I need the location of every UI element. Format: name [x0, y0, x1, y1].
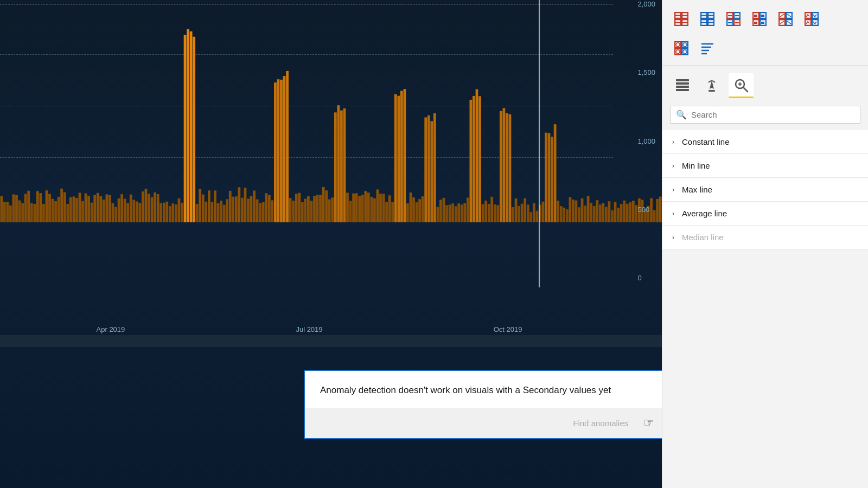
svg-rect-180	[542, 202, 545, 222]
svg-rect-99	[298, 193, 301, 222]
svg-rect-181	[545, 133, 547, 222]
svg-point-269	[676, 43, 680, 47]
svg-rect-53	[159, 203, 162, 222]
svg-rect-127	[382, 194, 385, 222]
svg-rect-203	[611, 210, 614, 222]
bar-chart-svg	[0, 0, 662, 287]
chart-type-icon-6[interactable]	[800, 8, 823, 30]
chart-type-icon-4[interactable]	[748, 8, 771, 30]
svg-rect-170	[512, 207, 514, 222]
svg-rect-177	[533, 203, 535, 222]
svg-rect-163	[490, 197, 493, 222]
chart-type-icon-5[interactable]	[774, 8, 797, 30]
svg-rect-88	[265, 193, 267, 222]
svg-rect-29	[87, 196, 90, 222]
svg-rect-71	[214, 190, 216, 222]
svg-rect-12	[36, 191, 39, 222]
search-input[interactable]	[691, 110, 854, 119]
analytics-item-constant-line[interactable]: › Constant line	[662, 130, 868, 154]
svg-rect-176	[529, 212, 532, 222]
chart-area: 2,000 1,500 1,000 500 0 Apr 2019 Jul 201…	[0, 0, 662, 488]
svg-rect-22	[66, 204, 69, 222]
svg-point-270	[683, 43, 687, 47]
svg-rect-19	[58, 197, 60, 222]
svg-rect-101	[304, 199, 307, 222]
svg-rect-6	[18, 201, 21, 222]
analytics-item-average-line[interactable]: › Average line	[662, 202, 868, 226]
panel-icons-row1	[662, 0, 868, 35]
chart-type-icon-1[interactable]	[670, 8, 693, 30]
chevron-average-line: ›	[672, 210, 674, 217]
svg-rect-192	[578, 207, 580, 222]
svg-rect-94	[283, 76, 286, 222]
svg-rect-126	[379, 194, 382, 222]
svg-rect-44	[132, 200, 135, 222]
svg-rect-77	[232, 197, 234, 222]
svg-rect-2	[6, 202, 9, 222]
svg-rect-84	[253, 191, 256, 222]
right-panel: 🔍 › Constant line › Min line › Max line …	[662, 0, 868, 488]
svg-rect-124	[373, 198, 376, 222]
svg-rect-21	[63, 192, 66, 222]
svg-rect-31	[93, 195, 96, 222]
svg-rect-8	[24, 194, 27, 222]
svg-rect-156	[469, 100, 472, 222]
svg-rect-59	[178, 198, 181, 222]
chart-type-icon-2[interactable]	[696, 8, 719, 30]
svg-rect-158	[476, 89, 478, 222]
svg-rect-137	[412, 197, 415, 222]
svg-rect-252	[761, 22, 764, 24]
chevron-median-line: ›	[672, 234, 674, 241]
svg-rect-80	[241, 198, 244, 222]
svg-rect-182	[548, 133, 551, 222]
svg-rect-90	[271, 200, 273, 222]
svg-rect-26	[79, 192, 81, 222]
svg-rect-218	[656, 199, 659, 222]
svg-rect-171	[515, 198, 518, 222]
svg-rect-43	[130, 195, 132, 222]
constant-line-label: Constant line	[682, 137, 858, 146]
max-line-label: Max line	[682, 185, 858, 194]
svg-rect-279	[676, 86, 689, 88]
svg-rect-209	[629, 202, 631, 222]
chart-type-icon-3[interactable]	[722, 8, 745, 30]
x-label-jul: Jul 2019	[296, 325, 322, 333]
filter-lines-icon[interactable]	[696, 37, 719, 60]
svg-rect-47	[142, 191, 144, 222]
svg-rect-41	[124, 199, 126, 222]
svg-rect-142	[427, 115, 430, 222]
svg-rect-104	[313, 196, 316, 222]
svg-rect-210	[632, 201, 635, 222]
svg-rect-132	[397, 96, 400, 222]
find-anomalies-button[interactable]: Find anomalies	[569, 416, 633, 430]
svg-rect-114	[343, 108, 346, 222]
svg-rect-117	[352, 194, 355, 222]
svg-rect-121	[364, 191, 367, 222]
svg-rect-250	[761, 15, 764, 17]
svg-rect-207	[623, 201, 626, 222]
analytics-item-min-line[interactable]: › Min line	[662, 154, 868, 178]
chart-type-icon-7[interactable]	[670, 37, 693, 60]
chart-scrubber[interactable]	[0, 335, 662, 347]
svg-rect-15	[46, 190, 48, 222]
svg-rect-173	[521, 204, 524, 222]
svg-rect-54	[163, 203, 165, 222]
svg-rect-17	[52, 199, 54, 222]
svg-rect-86	[259, 203, 261, 222]
analytics-item-max-line[interactable]: › Max line	[662, 178, 868, 202]
svg-rect-160	[482, 204, 484, 222]
svg-rect-5	[15, 195, 18, 222]
svg-rect-65	[196, 204, 199, 222]
svg-rect-154	[463, 203, 466, 222]
fields-icon-button[interactable]	[670, 73, 695, 98]
svg-rect-198	[596, 200, 598, 222]
svg-point-271	[676, 50, 680, 54]
svg-rect-215	[647, 206, 650, 222]
svg-rect-73	[220, 201, 222, 222]
format-icon-button[interactable]	[699, 73, 724, 98]
svg-rect-151	[455, 206, 457, 222]
svg-rect-281	[709, 90, 715, 92]
search-box[interactable]: 🔍	[670, 106, 860, 124]
svg-rect-91	[274, 82, 277, 222]
analytics-icon-button[interactable]	[729, 73, 754, 98]
